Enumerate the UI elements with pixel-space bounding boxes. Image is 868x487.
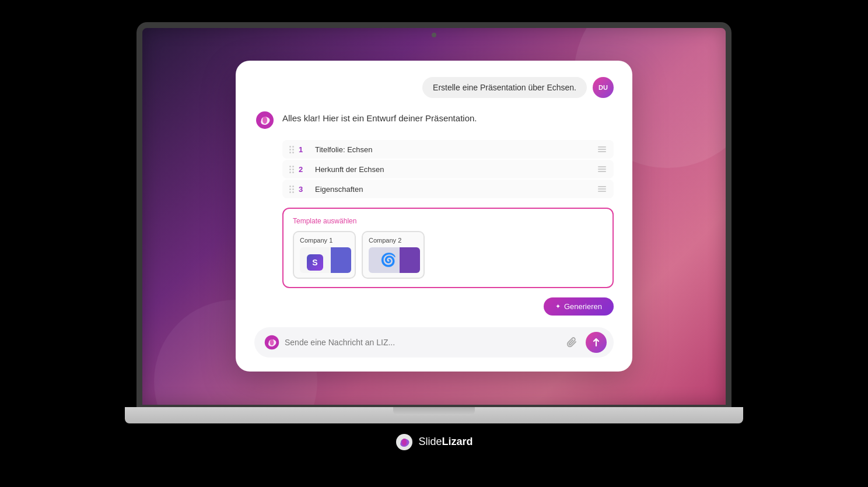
slide-title-2: Herkunft der Echsen bbox=[315, 165, 597, 174]
ai-response-row: Alles klar! Hier ist ein Entwurf deiner … bbox=[254, 110, 614, 131]
drag-handle-1 bbox=[289, 146, 294, 153]
slide-item-2[interactable]: 2 Herkunft der Echsen bbox=[282, 160, 614, 178]
slide-menu-icon-3[interactable] bbox=[597, 184, 607, 194]
ai-logo bbox=[254, 110, 275, 131]
template-card-company1[interactable]: Company 1 S bbox=[293, 231, 356, 279]
slide-list: 1 Titelfolie: Echsen bbox=[282, 140, 614, 198]
template-name-company2: Company 2 bbox=[369, 237, 401, 244]
screen-content: Erstelle eine Präsentation über Echsen. … bbox=[142, 28, 726, 405]
slide-menu-icon-1[interactable] bbox=[597, 145, 607, 154]
company1-logo: S bbox=[307, 254, 323, 271]
svg-rect-5 bbox=[598, 169, 606, 170]
slide-number-3: 3 bbox=[299, 185, 308, 194]
svg-rect-9 bbox=[598, 191, 606, 192]
drag-handle-2 bbox=[289, 166, 294, 173]
laptop-base bbox=[125, 407, 743, 423]
chat-logo bbox=[264, 334, 280, 351]
slide-title-3: Eigenschaften bbox=[315, 185, 597, 194]
slide-number-2: 2 bbox=[299, 165, 308, 174]
user-avatar: DU bbox=[593, 77, 614, 98]
generate-row: Generieren bbox=[282, 297, 614, 316]
chat-input[interactable] bbox=[285, 338, 558, 347]
template-options: Company 1 S Company 2 🌀 bbox=[293, 231, 603, 279]
template-selector: Template auswählen Company 1 S Company 2… bbox=[282, 208, 614, 288]
brand-name: SlideLizard bbox=[418, 436, 473, 448]
svg-rect-8 bbox=[598, 188, 606, 190]
template-preview-company2: 🌀 bbox=[369, 247, 420, 273]
user-message-bubble: Erstelle eine Präsentation über Echsen. bbox=[422, 77, 587, 98]
chat-input-row bbox=[254, 327, 614, 358]
laptop-wrapper: Erstelle eine Präsentation über Echsen. … bbox=[113, 22, 755, 465]
svg-rect-3 bbox=[598, 151, 606, 152]
slide-item-1[interactable]: 1 Titelfolie: Echsen bbox=[282, 140, 614, 159]
svg-rect-2 bbox=[598, 149, 606, 150]
company2-logo: 🌀 bbox=[380, 253, 396, 268]
brand-footer: SlideLizard bbox=[395, 433, 473, 451]
laptop-notch bbox=[393, 407, 475, 415]
brand-logo-icon bbox=[395, 433, 414, 451]
slide-number-1: 1 bbox=[299, 145, 308, 154]
dialog-card: Erstelle eine Präsentation über Echsen. … bbox=[236, 61, 632, 372]
laptop-screen: Erstelle eine Präsentation über Echsen. … bbox=[136, 22, 732, 407]
attach-button[interactable] bbox=[562, 333, 581, 352]
send-button[interactable] bbox=[586, 332, 607, 353]
svg-rect-4 bbox=[598, 166, 606, 167]
svg-rect-1 bbox=[598, 146, 606, 148]
drag-handle-3 bbox=[289, 185, 294, 193]
template-label: Template auswählen bbox=[293, 217, 603, 225]
slide-menu-icon-2[interactable] bbox=[597, 164, 607, 174]
template-preview-company1: S bbox=[300, 247, 351, 273]
slide-item-3[interactable]: 3 Eigenschaften bbox=[282, 180, 614, 198]
svg-rect-6 bbox=[598, 171, 606, 172]
user-message-row: Erstelle eine Präsentation über Echsen. … bbox=[254, 77, 614, 98]
generate-button[interactable]: Generieren bbox=[544, 297, 614, 316]
user-message-text: Erstelle eine Präsentation über Echsen. bbox=[433, 83, 576, 92]
user-avatar-label: DU bbox=[598, 84, 608, 91]
slide-title-1: Titelfolie: Echsen bbox=[315, 145, 597, 154]
svg-rect-7 bbox=[598, 186, 606, 187]
template-card-company2[interactable]: Company 2 🌀 bbox=[362, 231, 425, 279]
ai-response-text: Alles klar! Hier ist ein Entwurf deiner … bbox=[282, 110, 477, 123]
template-name-company1: Company 1 bbox=[300, 237, 332, 244]
